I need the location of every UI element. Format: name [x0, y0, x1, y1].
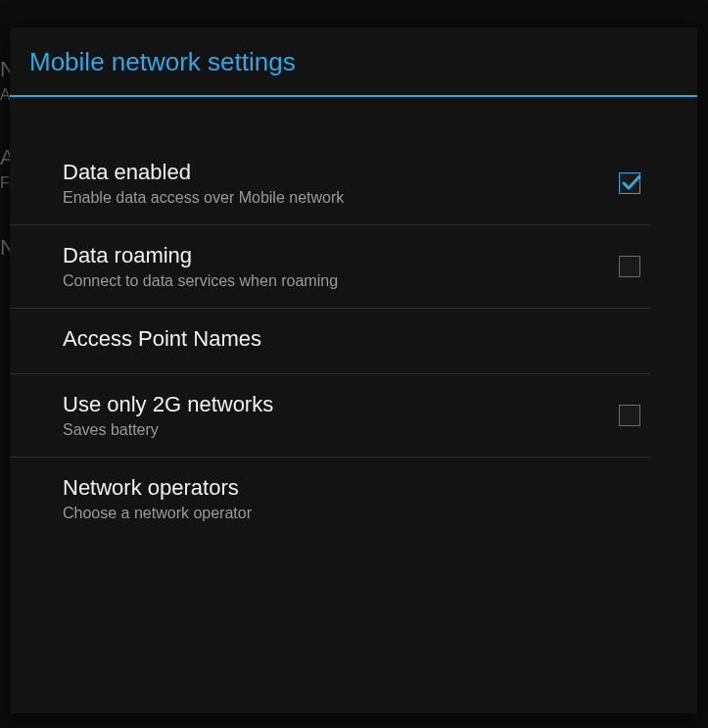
item-title: Data enabled — [63, 160, 619, 185]
bg-text: F — [0, 174, 10, 192]
item-title: Access Point Names — [63, 326, 631, 352]
setting-2g-only[interactable]: Use only 2G networks Saves battery — [10, 374, 650, 458]
item-subtitle: Connect to data services when roaming — [63, 272, 619, 290]
checkbox-data-roaming[interactable] — [619, 256, 640, 277]
checkbox-data-enabled[interactable] — [619, 172, 640, 194]
checkbox-2g-only[interactable] — [619, 405, 640, 426]
dialog-title: Mobile network settings — [10, 27, 697, 95]
item-text: Access Point Names — [63, 326, 631, 356]
item-subtitle: Saves battery — [63, 421, 619, 439]
item-text: Use only 2G networks Saves battery — [63, 392, 619, 439]
item-title: Use only 2G networks — [63, 392, 619, 417]
item-subtitle: Choose a network operator — [63, 505, 631, 522]
setting-data-roaming[interactable]: Data roaming Connect to data services wh… — [10, 225, 650, 309]
checkmark-icon — [620, 171, 643, 195]
item-title: Network operators — [63, 475, 631, 501]
title-divider — [10, 95, 697, 97]
setting-network-operators[interactable]: Network operators Choose a network opera… — [10, 458, 650, 540]
item-text: Network operators Choose a network opera… — [63, 475, 631, 522]
setting-apn[interactable]: Access Point Names — [10, 309, 650, 374]
item-text: Data roaming Connect to data services wh… — [63, 243, 619, 290]
item-text: Data enabled Enable data access over Mob… — [63, 160, 619, 207]
item-title: Data roaming — [63, 243, 619, 268]
setting-data-enabled[interactable]: Data enabled Enable data access over Mob… — [10, 142, 650, 225]
settings-list: Data enabled Enable data access over Mob… — [10, 142, 697, 540]
settings-dialog: Mobile network settings Data enabled Ena… — [10, 27, 697, 713]
item-subtitle: Enable data access over Mobile network — [63, 189, 619, 207]
